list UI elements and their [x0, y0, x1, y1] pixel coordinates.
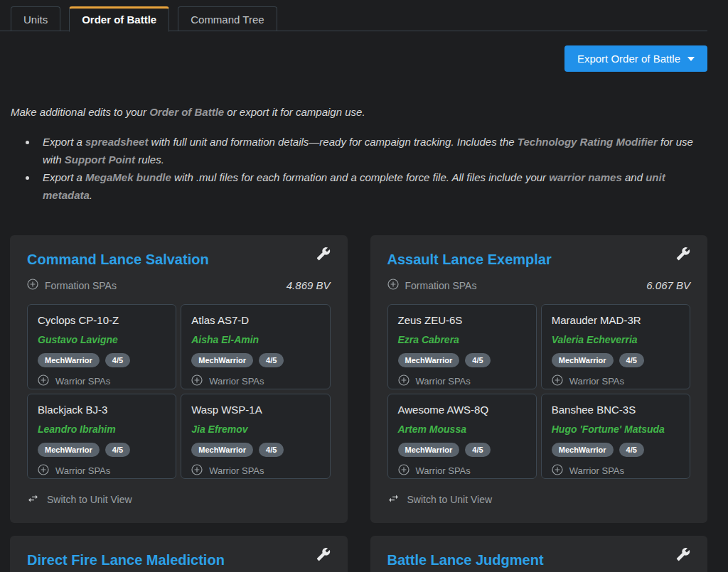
skill-badge: 4/5 [619, 353, 644, 367]
pilot-name: Leandro Ibrahim [38, 423, 166, 436]
pilot-name: Aisha El-Amin [191, 333, 319, 346]
pilot-name: Valeria Echeverria [552, 333, 680, 346]
pilot-name: Artem Moussa [398, 423, 526, 436]
unit-name: Wasp WSP-1A [191, 403, 319, 417]
role-badge: MechWarrior [38, 443, 100, 457]
toolbar: Export Order of Battle [0, 45, 707, 72]
formation-bv: 4.869 BV [287, 279, 331, 291]
unit-name: Marauder MAD-3R [552, 313, 680, 328]
intro-bullet-megamek: Export a MegaMek bundle with .mul files … [37, 168, 707, 204]
tab-order-of-battle[interactable]: Order of Battle [69, 6, 169, 32]
unit-name: Banshee BNC-3S [552, 403, 680, 417]
chevron-down-icon [687, 57, 695, 61]
pilot-name: Gustavo Lavigne [38, 333, 166, 346]
plus-circle-icon [552, 374, 563, 388]
role-badge: MechWarrior [398, 443, 460, 457]
unit-name: Blackjack BJ-3 [38, 403, 166, 417]
unit-name: Cyclops CP-10-Z [38, 313, 166, 328]
switch-to-unit-view-link[interactable]: Switch to Unit View [27, 492, 132, 507]
plus-circle-icon [398, 464, 410, 477]
formation-spas-toggle[interactable]: Formation SPAs [27, 279, 117, 292]
skill-badge: 4/5 [465, 353, 490, 367]
role-badge: MechWarrior [38, 353, 100, 367]
plus-circle-icon [552, 464, 563, 477]
tab-command-tree-label: Command Tree [191, 14, 264, 26]
swap-arrows-icon [27, 492, 39, 507]
skill-badge: 4/5 [105, 353, 130, 367]
unit-card[interactable]: Atlas AS7-D Aisha El-Amin MechWarrior4/5… [181, 304, 330, 389]
export-order-of-battle-button[interactable]: Export Order of Battle [564, 45, 707, 72]
formation-name[interactable]: Battle Lance Judgment [387, 550, 544, 570]
unit-name: Awesome AWS-8Q [398, 403, 526, 417]
intro-text: Make additional edits to your Order of B… [0, 103, 707, 204]
formation-card-battle-lance-judgment: Battle Lance Judgment [370, 536, 708, 572]
warrior-spas-toggle[interactable]: Warrior SPAs [38, 464, 110, 477]
formation-spas-toggle[interactable]: Formation SPAs [387, 279, 477, 292]
wrench-icon[interactable] [676, 247, 690, 264]
formation-card-assault-lance-exemplar: Assault Lance Exemplar Formation SPAs 6.… [370, 235, 708, 523]
export-button-label: Export Order of Battle [577, 53, 680, 65]
wrench-icon[interactable] [316, 247, 331, 264]
warrior-spas-toggle[interactable]: Warrior SPAs [191, 464, 264, 477]
formation-name[interactable]: Command Lance Salvation [27, 249, 209, 269]
switch-to-unit-view-link[interactable]: Switch to Unit View [387, 492, 493, 507]
formation-bv: 6.067 BV [646, 279, 690, 291]
skill-badge: 4/5 [259, 443, 284, 457]
warrior-spas-toggle[interactable]: Warrior SPAs [398, 464, 471, 477]
formation-card-command-lance-salvation: Command Lance Salvation Formation SPAs 4… [10, 235, 348, 523]
plus-circle-icon [387, 279, 399, 292]
skill-badge: 4/5 [259, 353, 284, 367]
unit-card[interactable]: Cyclops CP-10-Z Gustavo Lavigne MechWarr… [27, 304, 176, 389]
unit-card[interactable]: Banshee BNC-3S Hugo 'Fortune' Matsuda Me… [541, 394, 690, 479]
formation-name[interactable]: Direct Fire Lance Malediction [27, 550, 225, 570]
role-badge: MechWarrior [552, 353, 614, 367]
wrench-icon[interactable] [316, 547, 331, 564]
warrior-spas-toggle[interactable]: Warrior SPAs [191, 374, 264, 388]
role-badge: MechWarrior [552, 443, 614, 457]
role-badge: MechWarrior [191, 353, 253, 367]
tab-units[interactable]: Units [11, 6, 60, 31]
warrior-spas-toggle[interactable]: Warrior SPAs [398, 374, 471, 388]
plus-circle-icon [38, 464, 49, 477]
tab-units-label: Units [23, 14, 48, 26]
order-of-battle-page: Units Order of Battle Command Tree Expor… [0, 0, 707, 572]
formation-grid: Command Lance Salvation Formation SPAs 4… [10, 235, 707, 572]
role-badge: MechWarrior [398, 353, 460, 367]
warrior-spas-toggle[interactable]: Warrior SPAs [552, 374, 624, 388]
formation-name[interactable]: Assault Lance Exemplar [387, 249, 552, 269]
unit-card[interactable]: Zeus ZEU-6S Ezra Cabrera MechWarrior4/5 … [387, 304, 537, 389]
skill-badge: 4/5 [619, 443, 644, 457]
unit-card[interactable]: Wasp WSP-1A Jia Efremov MechWarrior4/5 W… [181, 394, 330, 479]
unit-card[interactable]: Marauder MAD-3R Valeria Echeverria MechW… [541, 304, 690, 389]
plus-circle-icon [38, 374, 49, 388]
tab-order-of-battle-label: Order of Battle [82, 14, 156, 26]
tab-command-tree[interactable]: Command Tree [178, 6, 277, 31]
pilot-name: Ezra Cabrera [398, 333, 526, 346]
role-badge: MechWarrior [191, 443, 253, 457]
plus-circle-icon [191, 464, 203, 477]
tab-bar: Units Order of Battle Command Tree [0, 6, 707, 31]
plus-circle-icon [27, 279, 38, 292]
wrench-icon[interactable] [676, 547, 690, 564]
unit-name: Zeus ZEU-6S [398, 313, 526, 328]
skill-badge: 4/5 [105, 443, 130, 457]
unit-card[interactable]: Blackjack BJ-3 Leandro Ibrahim MechWarri… [27, 394, 176, 479]
pilot-name: Jia Efremov [191, 423, 319, 436]
unit-name: Atlas AS7-D [191, 313, 319, 328]
intro-bullet-list: Export a spreadsheet with full unit and … [11, 133, 707, 204]
swap-arrows-icon [387, 492, 400, 507]
unit-card[interactable]: Awesome AWS-8Q Artem Moussa MechWarrior4… [387, 394, 537, 479]
skill-badge: 4/5 [465, 443, 490, 457]
warrior-spas-toggle[interactable]: Warrior SPAs [38, 374, 110, 388]
warrior-spas-toggle[interactable]: Warrior SPAs [552, 464, 624, 477]
plus-circle-icon [398, 374, 410, 388]
intro-lead: Make additional edits to your Order of B… [11, 103, 707, 121]
formation-card-direct-fire-lance-malediction: Direct Fire Lance Malediction [10, 536, 348, 572]
plus-circle-icon [191, 374, 203, 388]
pilot-name: Hugo 'Fortune' Matsuda [552, 423, 680, 436]
intro-bullet-spreadsheet: Export a spreadsheet with full unit and … [37, 133, 707, 168]
